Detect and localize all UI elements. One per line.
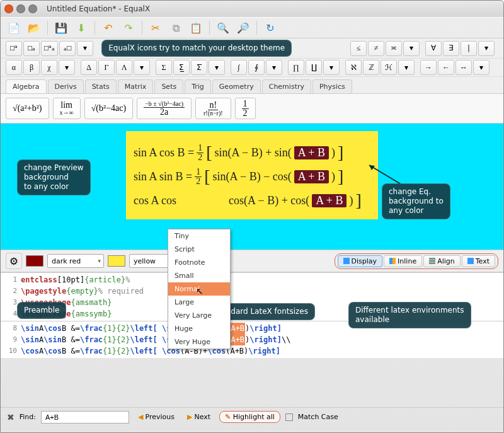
sym-Z[interactable]: ℤ <box>363 60 379 75</box>
tab-algebra[interactable]: Algebra <box>6 79 47 93</box>
snippet-lim[interactable]: limx→∞ <box>53 98 81 119</box>
fontsize-item[interactable]: Tiny <box>168 229 230 243</box>
more-icon[interactable]: ▾ <box>209 60 225 75</box>
tab-trig[interactable]: Trig <box>185 79 211 93</box>
sym-supsub[interactable]: □ᵃₐ <box>41 41 58 56</box>
sym-int[interactable]: ∫ <box>231 60 247 75</box>
env-text-button[interactable]: Text <box>462 255 495 267</box>
cut-icon[interactable]: ✂ <box>147 20 164 36</box>
sym-gamma-cap[interactable]: Γ <box>98 60 115 75</box>
paste-icon[interactable]: 📋 <box>188 20 204 36</box>
more-icon[interactable]: ▾ <box>403 41 420 56</box>
copy-icon[interactable]: ⧉ <box>168 20 184 36</box>
sym-presub[interactable]: ₐ□ <box>59 41 76 56</box>
more-icon[interactable]: ▾ <box>77 41 93 56</box>
matchcase-label: Match Case <box>298 413 338 421</box>
eq-line-3: cos A cos 12 cos(A − B) + cos( A + B) ] <box>134 190 370 211</box>
snippet-sqrt-ab[interactable]: √(a²+b²) <box>6 98 49 119</box>
matchcase-checkbox[interactable] <box>285 413 293 421</box>
toolbar-separator <box>209 21 210 35</box>
sym-le[interactable]: ≤ <box>350 41 367 56</box>
more-icon[interactable]: ▾ <box>134 60 150 75</box>
fontsize-item[interactable]: Very Huge <box>168 335 230 349</box>
sym-oint[interactable]: ∮ <box>248 60 265 75</box>
snippet-half[interactable]: 12 <box>235 98 256 119</box>
sym-lambda-cap[interactable]: Λ <box>116 60 132 75</box>
sym-prod[interactable]: ∏ <box>288 60 304 75</box>
env-display-button[interactable]: Display <box>338 255 383 267</box>
find-prev-button[interactable]: ◀Previous <box>134 412 178 422</box>
fg-color-combo[interactable]: dark red <box>47 254 104 268</box>
highlight-all-button[interactable]: ✎ Highlight all <box>219 411 280 423</box>
sym-beta[interactable]: β <box>23 60 40 75</box>
sym-delta-cap[interactable]: Δ <box>81 60 97 75</box>
settings-row: ⚙ dark red yellow Display Inline Align T… <box>1 250 503 272</box>
window-max-button[interactable] <box>28 4 37 13</box>
fontsize-item[interactable]: Script <box>168 243 230 256</box>
sym-sigma3[interactable]: Σ̅ <box>191 60 207 75</box>
sym-arrow-l[interactable]: ← <box>438 60 454 75</box>
fontsize-item[interactable]: Very Large <box>168 309 230 322</box>
open-file-icon[interactable]: 📂 <box>26 20 42 36</box>
sym-approx[interactable]: ≍ <box>386 41 402 56</box>
sym-sigma[interactable]: Σ <box>156 60 172 75</box>
sym-forall[interactable]: ∀ <box>425 41 442 56</box>
category-tabs: Algebra Derivs Stats Matrix Sets Trig Ge… <box>1 77 503 94</box>
zoom-out-icon[interactable]: 🔎 <box>235 20 251 36</box>
more-icon[interactable]: ▾ <box>266 60 282 75</box>
tab-stats[interactable]: Stats <box>85 79 117 93</box>
sym-ne[interactable]: ≠ <box>368 41 384 56</box>
env-inline-button[interactable]: Inline <box>384 255 422 267</box>
tab-chemistry[interactable]: Chemistry <box>262 79 311 93</box>
preamble-button[interactable]: ⚙ <box>6 253 22 269</box>
more-icon[interactable]: ▾ <box>59 60 75 75</box>
find-next-button[interactable]: ▶Next <box>183 412 214 422</box>
fontsize-item[interactable]: Huge <box>168 322 230 335</box>
undo-icon[interactable]: ↶ <box>100 20 117 36</box>
sym-subscript[interactable]: □ₐ <box>23 41 40 56</box>
new-file-icon[interactable]: 📄 <box>6 20 22 36</box>
window-close-button[interactable] <box>4 4 13 13</box>
tab-derivs[interactable]: Derivs <box>48 79 84 93</box>
tab-matrix[interactable]: Matrix <box>118 79 154 93</box>
fontsize-item[interactable]: Small <box>168 269 230 282</box>
tab-geometry[interactable]: Geometry <box>212 79 261 93</box>
sym-sigma2[interactable]: Σ̲ <box>173 60 190 75</box>
sym-aleph[interactable]: ℵ <box>345 60 362 75</box>
env-align-button[interactable]: Align <box>423 255 461 267</box>
zoom-in-icon[interactable]: 🔍 <box>215 20 231 36</box>
window-min-button[interactable] <box>16 4 25 13</box>
sym-coprod[interactable]: ∐ <box>306 60 322 75</box>
eq-line-2: sin A sin B = 12 [ sin(A − B) − cos( A +… <box>134 166 370 187</box>
more-icon[interactable]: ▾ <box>323 60 340 75</box>
fontsize-item[interactable]: Large <box>168 296 230 309</box>
sym-superscript[interactable]: □ᵃ <box>6 41 22 56</box>
fontsize-item[interactable]: Footnote <box>168 256 230 269</box>
sym-arrow-r[interactable]: → <box>420 60 437 75</box>
snippet-factorial[interactable]: n!r!(n−r)! <box>195 98 231 119</box>
sym-exists[interactable]: ∃ <box>443 41 459 56</box>
save-icon[interactable]: 💾 <box>53 20 69 36</box>
more-icon[interactable]: ▾ <box>473 60 490 75</box>
refresh-icon[interactable]: ↻ <box>262 20 278 36</box>
more-icon[interactable]: ▾ <box>478 41 495 56</box>
close-icon[interactable]: ✖ <box>7 412 14 422</box>
sym-chi[interactable]: χ <box>41 60 57 75</box>
fg-color-swatch[interactable] <box>26 255 43 267</box>
redo-icon[interactable]: ↷ <box>120 20 137 36</box>
find-label: Find: <box>20 413 36 421</box>
sym-arrow-lr[interactable]: ↔ <box>455 60 472 75</box>
find-input[interactable] <box>41 411 129 424</box>
sym-H[interactable]: ℋ <box>381 60 397 75</box>
snippet-quadratic[interactable]: −b ± √(b²−4ac)2a <box>137 98 192 119</box>
main-toolbar: 📄 📂 💾 ⬇ ↶ ↷ ✂ ⧉ 📋 🔍 🔎 ↻ <box>1 17 503 38</box>
sym-alpha[interactable]: α <box>6 60 22 75</box>
more-icon[interactable]: ▾ <box>398 60 415 75</box>
bg-color-swatch[interactable] <box>108 255 125 267</box>
tab-sets[interactable]: Sets <box>154 79 183 93</box>
snippet-sqrt-b4ac[interactable]: √(b²−4ac) <box>84 98 134 119</box>
export-icon[interactable]: ⬇ <box>73 20 89 36</box>
sym-divides[interactable]: ∣ <box>461 41 477 56</box>
tab-physics[interactable]: Physics <box>312 79 352 93</box>
symbol-row-2: α β χ ▾ Δ Γ Λ ▾ Σ Σ̲ Σ̅ ▾ ∫ ∮ ▾ ∏ ∐ ▾ ℵ <box>1 59 503 77</box>
